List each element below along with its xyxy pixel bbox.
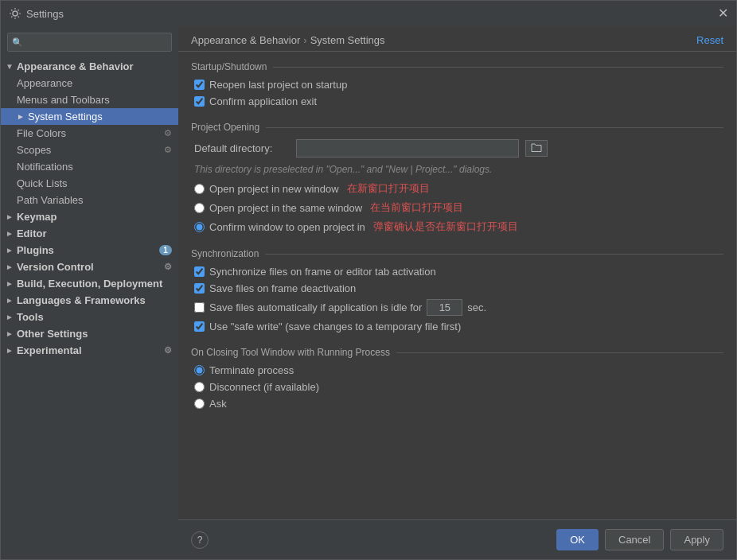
close-button[interactable]: ✕ [718,7,728,20]
sidebar-label: Quick Lists [17,177,68,189]
sidebar-item-quick-lists[interactable]: Quick Lists [1,175,178,192]
expand-arrow: ► [6,246,14,255]
expand-arrow: ► [6,212,14,221]
save-auto-checkbox[interactable] [194,302,205,313]
sidebar-item-menus-toolbars[interactable]: Menus and Toolbars [1,91,178,108]
search-icon: 🔍 [12,37,23,48]
cancel-button[interactable]: Cancel [605,529,664,550]
settings-icon-small: ⚙ [164,345,172,356]
settings-icon-small: ⚙ [164,145,172,155]
sidebar-label: Menus and Toolbars [17,94,110,106]
expand-arrow: ► [6,346,14,355]
save-deact-row: Save files on frame deactivation [191,282,723,294]
sidebar-label: Appearance [17,77,72,89]
same-window-radio-row: Open project in the same window 在当前窗口打开项… [191,200,723,215]
confirm-window-radio[interactable] [194,222,205,232]
save-auto-row: Save files automatically if application … [191,299,723,316]
sidebar-label: Notifications [17,161,73,173]
terminate-radio[interactable] [194,365,205,375]
ask-radio[interactable] [194,399,205,409]
sidebar-item-languages[interactable]: ► Languages & Frameworks [1,292,178,309]
confirm-exit-checkbox[interactable] [194,96,205,107]
folder-browse-button[interactable] [525,140,548,157]
help-button[interactable]: ? [191,531,209,549]
sync-title: Synchronization [191,248,723,259]
expand-arrow: ▼ [6,62,14,71]
sidebar-item-appearance-behavior[interactable]: ▼ Appearance & Behavior [1,58,178,75]
sidebar-label: Version Control [17,261,94,273]
confirm-exit-checkbox-row: Confirm application exit [191,95,723,107]
sidebar-label: Plugins [17,244,54,256]
sidebar-item-keymap[interactable]: ► Keymap [1,208,178,225]
terminate-label: Terminate process [209,364,294,376]
expand-arrow: ► [6,313,14,321]
disconnect-radio-row: Disconnect (if available) [191,381,723,393]
reset-button[interactable]: Reset [696,34,723,46]
save-deact-checkbox[interactable] [194,283,205,294]
sidebar: 🔍 ▼ Appearance & Behavior Appearance Men… [1,26,178,559]
same-window-radio[interactable] [194,203,205,213]
ok-button[interactable]: OK [556,529,599,550]
ask-radio-row: Ask [191,398,723,410]
same-window-zh: 在当前窗口打开项目 [370,200,463,215]
default-dir-row: Default directory: [191,139,723,158]
safe-write-checkbox[interactable] [194,321,205,332]
sync-files-checkbox[interactable] [194,266,205,277]
project-opening-section: Project Opening Default directory: This … [191,122,723,234]
breadcrumb-parent: Appearance & Behavior [191,34,300,46]
confirm-exit-label: Confirm application exit [209,95,317,107]
startup-section: Startup/Shutdown Reopen last project on … [191,61,723,107]
reopen-label: Reopen last project on startup [209,79,347,91]
closing-section: On Closing Tool Window with Running Proc… [191,347,723,410]
sidebar-item-editor[interactable]: ► Editor [1,225,178,242]
sidebar-label: Build, Execution, Deployment [17,278,162,290]
sidebar-label: Languages & Frameworks [17,294,146,306]
main-header: Appearance & Behavior › System Settings … [178,26,736,51]
sidebar-item-file-colors[interactable]: File Colors ⚙ [1,125,178,142]
sidebar-label: Path Variables [17,194,84,206]
sidebar-label: File Colors [17,127,66,139]
sidebar-item-other-settings[interactable]: ► Other Settings [1,325,178,342]
content-area: 🔍 ▼ Appearance & Behavior Appearance Men… [1,26,736,559]
expand-arrow: ► [6,229,14,238]
safe-write-label: Use "safe write" (save changes to a temp… [209,321,461,332]
sidebar-item-system-settings[interactable]: ► System Settings [1,108,178,125]
sidebar-label: Appearance & Behavior [17,60,134,72]
sidebar-label: Other Settings [17,328,88,340]
new-window-radio[interactable] [194,184,205,194]
plugins-badge: 1 [159,245,172,255]
expand-arrow: ► [17,112,25,121]
sidebar-item-plugins[interactable]: ► Plugins 1 [1,242,178,259]
reopen-checkbox-row: Reopen last project on startup [191,79,723,91]
sidebar-item-scopes[interactable]: Scopes ⚙ [1,142,178,158]
sidebar-item-notifications[interactable]: Notifications [1,158,178,175]
sidebar-item-build-execution[interactable]: ► Build, Execution, Deployment [1,275,178,292]
sidebar-label: Editor [17,228,47,239]
sidebar-item-appearance[interactable]: Appearance [1,75,178,91]
disconnect-label: Disconnect (if available) [209,381,319,393]
disconnect-radio[interactable] [194,382,205,392]
reopen-checkbox[interactable] [194,80,205,90]
help-label: ? [197,535,203,546]
confirm-window-label: Confirm window to open project in [209,221,365,233]
sidebar-item-experimental[interactable]: ► Experimental ⚙ [1,342,178,359]
dir-hint: This directory is preselected in "Open..… [191,164,723,175]
sidebar-item-version-control[interactable]: ► Version Control ⚙ [1,259,178,275]
folder-icon [531,142,542,152]
new-window-radio-row: Open project in new window 在新窗口打开项目 [191,181,723,196]
sync-files-label: Synchronize files on frame or editor tab… [209,266,436,278]
synchronization-section: Synchronization Synchronize files on fra… [191,248,723,332]
save-deact-label: Save files on frame deactivation [209,282,356,294]
apply-button[interactable]: Apply [670,529,723,550]
safe-write-row: Use "safe write" (save changes to a temp… [191,321,723,332]
search-input[interactable] [7,33,172,52]
window-title: Settings [26,8,64,20]
footer: ? OK Cancel Apply [178,519,736,559]
sidebar-item-tools[interactable]: ► Tools [1,309,178,325]
settings-icon [9,7,21,20]
save-auto-input[interactable] [427,299,462,316]
default-dir-input[interactable] [296,139,519,158]
sync-files-row: Synchronize files on frame or editor tab… [191,266,723,278]
main-panel: Appearance & Behavior › System Settings … [178,26,736,559]
sidebar-item-path-variables[interactable]: Path Variables [1,192,178,208]
